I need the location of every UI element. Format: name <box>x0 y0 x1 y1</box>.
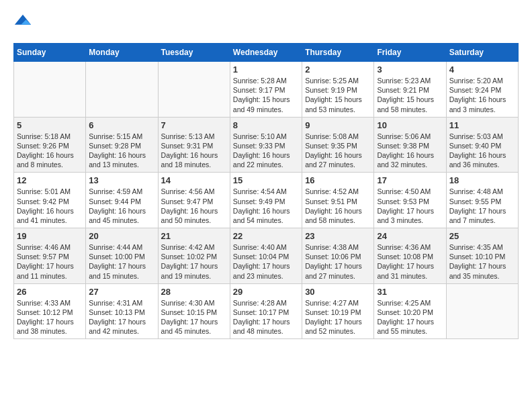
calendar-day-cell: 28Sunrise: 4:30 AM Sunset: 10:15 PM Dayl… <box>158 283 230 339</box>
calendar-day-cell: 1Sunrise: 5:28 AM Sunset: 9:17 PM Daylig… <box>230 62 302 118</box>
calendar-day-cell: 2Sunrise: 5:25 AM Sunset: 9:19 PM Daylig… <box>302 62 374 118</box>
calendar-day-cell: 11Sunrise: 5:03 AM Sunset: 9:40 PM Dayli… <box>446 117 518 173</box>
day-info: Sunrise: 4:28 AM Sunset: 10:17 PM Daylig… <box>233 298 299 336</box>
day-info: Sunrise: 5:10 AM Sunset: 9:33 PM Dayligh… <box>233 132 299 170</box>
day-number: 4 <box>449 64 515 75</box>
calendar-week-row: 19Sunrise: 4:46 AM Sunset: 9:57 PM Dayli… <box>14 228 519 284</box>
calendar-day-cell: 15Sunrise: 4:54 AM Sunset: 9:49 PM Dayli… <box>230 173 302 228</box>
day-info: Sunrise: 5:23 AM Sunset: 9:21 PM Dayligh… <box>377 76 443 114</box>
calendar-day-cell: 17Sunrise: 4:50 AM Sunset: 9:53 PM Dayli… <box>374 173 446 228</box>
days-header-row: SundayMondayTuesdayWednesdayThursdayFrid… <box>14 44 519 62</box>
day-number: 13 <box>89 175 154 185</box>
day-info: Sunrise: 5:28 AM Sunset: 9:17 PM Dayligh… <box>233 76 299 114</box>
calendar-table: SundayMondayTuesdayWednesdayThursdayFrid… <box>13 43 519 339</box>
day-info: Sunrise: 4:38 AM Sunset: 10:06 PM Daylig… <box>305 242 371 281</box>
day-info: Sunrise: 4:56 AM Sunset: 9:47 PM Dayligh… <box>161 187 227 225</box>
calendar-day-cell: 8Sunrise: 5:10 AM Sunset: 9:33 PM Daylig… <box>230 117 302 173</box>
calendar-week-row: 26Sunrise: 4:33 AM Sunset: 10:12 PM Dayl… <box>14 283 519 339</box>
calendar-day-cell: 30Sunrise: 4:27 AM Sunset: 10:19 PM Dayl… <box>302 283 374 339</box>
day-number: 30 <box>305 287 371 297</box>
calendar-day-cell <box>14 62 86 118</box>
calendar-day-cell: 26Sunrise: 4:33 AM Sunset: 10:12 PM Dayl… <box>14 283 86 339</box>
calendar-day-cell: 4Sunrise: 5:20 AM Sunset: 9:24 PM Daylig… <box>446 62 518 118</box>
day-of-week-header: Sunday <box>14 44 86 62</box>
day-number: 11 <box>449 120 515 130</box>
calendar-day-cell: 5Sunrise: 5:18 AM Sunset: 9:26 PM Daylig… <box>14 117 86 173</box>
day-of-week-header: Monday <box>86 44 158 62</box>
day-info: Sunrise: 5:08 AM Sunset: 9:35 PM Dayligh… <box>305 132 371 170</box>
day-info: Sunrise: 4:52 AM Sunset: 9:51 PM Dayligh… <box>305 187 371 225</box>
day-info: Sunrise: 4:25 AM Sunset: 10:20 PM Daylig… <box>377 298 443 336</box>
day-info: Sunrise: 4:36 AM Sunset: 10:08 PM Daylig… <box>377 242 443 281</box>
day-number: 1 <box>233 64 299 75</box>
day-info: Sunrise: 4:48 AM Sunset: 9:55 PM Dayligh… <box>449 187 515 225</box>
day-number: 25 <box>449 231 515 241</box>
day-number: 27 <box>89 287 154 297</box>
day-number: 10 <box>377 120 443 130</box>
calendar-day-cell: 21Sunrise: 4:42 AM Sunset: 10:02 PM Dayl… <box>158 228 230 284</box>
day-number: 26 <box>17 287 83 297</box>
day-number: 15 <box>233 175 299 185</box>
calendar-day-cell: 9Sunrise: 5:08 AM Sunset: 9:35 PM Daylig… <box>302 117 374 173</box>
day-info: Sunrise: 4:42 AM Sunset: 10:02 PM Daylig… <box>161 242 227 281</box>
day-number: 17 <box>377 175 443 185</box>
day-of-week-header: Saturday <box>446 44 518 62</box>
calendar-day-cell: 18Sunrise: 4:48 AM Sunset: 9:55 PM Dayli… <box>446 173 518 228</box>
day-number: 7 <box>161 120 227 130</box>
calendar-day-cell: 31Sunrise: 4:25 AM Sunset: 10:20 PM Dayl… <box>374 283 446 339</box>
day-info: Sunrise: 5:18 AM Sunset: 9:26 PM Dayligh… <box>17 132 83 170</box>
day-number: 24 <box>377 231 443 241</box>
calendar-day-cell: 24Sunrise: 4:36 AM Sunset: 10:08 PM Dayl… <box>374 228 446 284</box>
calendar-day-cell: 16Sunrise: 4:52 AM Sunset: 9:51 PM Dayli… <box>302 173 374 228</box>
day-info: Sunrise: 4:46 AM Sunset: 9:57 PM Dayligh… <box>17 242 83 281</box>
calendar-day-cell: 19Sunrise: 4:46 AM Sunset: 9:57 PM Dayli… <box>14 228 86 284</box>
day-info: Sunrise: 4:44 AM Sunset: 10:00 PM Daylig… <box>89 242 154 281</box>
calendar-day-cell: 6Sunrise: 5:15 AM Sunset: 9:28 PM Daylig… <box>86 117 158 173</box>
calendar-day-cell: 27Sunrise: 4:31 AM Sunset: 10:13 PM Dayl… <box>86 283 158 339</box>
day-number: 5 <box>17 120 83 130</box>
page-header <box>13 13 519 32</box>
day-info: Sunrise: 5:06 AM Sunset: 9:38 PM Dayligh… <box>377 132 443 170</box>
calendar-day-cell <box>158 62 230 118</box>
day-number: 3 <box>377 64 443 75</box>
calendar-day-cell <box>86 62 158 118</box>
day-info: Sunrise: 4:35 AM Sunset: 10:10 PM Daylig… <box>449 242 515 281</box>
calendar-day-cell: 23Sunrise: 4:38 AM Sunset: 10:06 PM Dayl… <box>302 228 374 284</box>
day-number: 12 <box>17 175 83 185</box>
calendar-day-cell: 13Sunrise: 4:59 AM Sunset: 9:44 PM Dayli… <box>86 173 158 228</box>
calendar-week-row: 5Sunrise: 5:18 AM Sunset: 9:26 PM Daylig… <box>14 117 519 173</box>
day-info: Sunrise: 4:31 AM Sunset: 10:13 PM Daylig… <box>89 298 154 336</box>
day-info: Sunrise: 4:59 AM Sunset: 9:44 PM Dayligh… <box>89 187 154 225</box>
calendar-day-cell: 29Sunrise: 4:28 AM Sunset: 10:17 PM Dayl… <box>230 283 302 339</box>
day-number: 8 <box>233 120 299 130</box>
day-info: Sunrise: 4:33 AM Sunset: 10:12 PM Daylig… <box>17 298 83 336</box>
day-of-week-header: Tuesday <box>158 44 230 62</box>
day-info: Sunrise: 4:50 AM Sunset: 9:53 PM Dayligh… <box>377 187 443 225</box>
day-info: Sunrise: 4:40 AM Sunset: 10:04 PM Daylig… <box>233 242 299 281</box>
day-info: Sunrise: 5:25 AM Sunset: 9:19 PM Dayligh… <box>305 76 371 114</box>
logo <box>13 13 35 32</box>
calendar-day-cell: 20Sunrise: 4:44 AM Sunset: 10:00 PM Dayl… <box>86 228 158 284</box>
calendar-day-cell <box>446 283 518 339</box>
calendar-week-row: 1Sunrise: 5:28 AM Sunset: 9:17 PM Daylig… <box>14 62 519 118</box>
day-number: 23 <box>305 231 371 241</box>
day-number: 20 <box>89 231 154 241</box>
day-info: Sunrise: 5:20 AM Sunset: 9:24 PM Dayligh… <box>449 76 515 114</box>
day-info: Sunrise: 5:03 AM Sunset: 9:40 PM Dayligh… <box>449 132 515 170</box>
day-number: 6 <box>89 120 154 130</box>
day-info: Sunrise: 4:30 AM Sunset: 10:15 PM Daylig… <box>161 298 227 336</box>
calendar-day-cell: 12Sunrise: 5:01 AM Sunset: 9:42 PM Dayli… <box>14 173 86 228</box>
day-number: 16 <box>305 175 371 185</box>
day-info: Sunrise: 5:13 AM Sunset: 9:31 PM Dayligh… <box>161 132 227 170</box>
day-number: 22 <box>233 231 299 241</box>
calendar-week-row: 12Sunrise: 5:01 AM Sunset: 9:42 PM Dayli… <box>14 173 519 228</box>
day-of-week-header: Thursday <box>302 44 374 62</box>
day-number: 29 <box>233 287 299 297</box>
day-of-week-header: Friday <box>374 44 446 62</box>
day-number: 14 <box>161 175 227 185</box>
calendar-day-cell: 3Sunrise: 5:23 AM Sunset: 9:21 PM Daylig… <box>374 62 446 118</box>
day-info: Sunrise: 4:54 AM Sunset: 9:49 PM Dayligh… <box>233 187 299 225</box>
calendar-day-cell: 10Sunrise: 5:06 AM Sunset: 9:38 PM Dayli… <box>374 117 446 173</box>
calendar-day-cell: 25Sunrise: 4:35 AM Sunset: 10:10 PM Dayl… <box>446 228 518 284</box>
day-info: Sunrise: 4:27 AM Sunset: 10:19 PM Daylig… <box>305 298 371 336</box>
